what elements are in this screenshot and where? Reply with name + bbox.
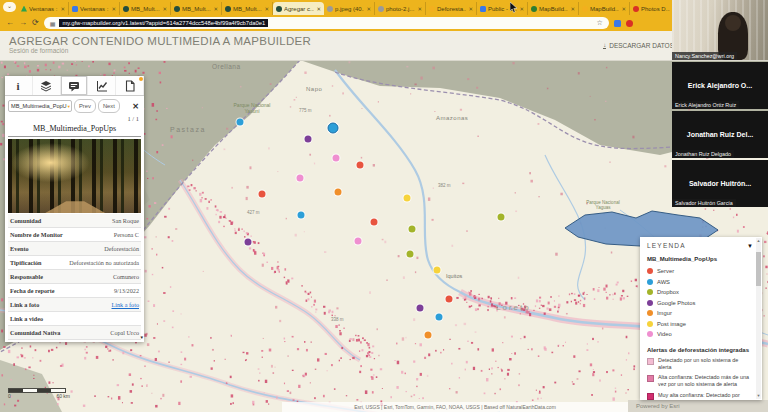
tab-chart[interactable]: [88, 76, 116, 95]
download-data-button[interactable]: ↓ DESCARGAR DATOS: [603, 42, 674, 49]
tab-close-icon[interactable]: ✕: [111, 6, 116, 12]
back-icon[interactable]: ←: [6, 19, 14, 27]
tab-close-icon[interactable]: ✕: [621, 6, 626, 12]
multimedia-point-dropbox[interactable]: [409, 226, 416, 233]
legend-item: Video: [647, 329, 753, 340]
browser-tab[interactable]: Ventanas :✕: [69, 2, 120, 15]
scroll-thumb[interactable]: [756, 252, 761, 286]
legend-swatch: [647, 300, 653, 306]
layer-select[interactable]: MB_Multimedia_PopU ▼: [8, 100, 72, 112]
tab-title: Deforesta...: [437, 6, 466, 12]
tab-close-icon[interactable]: ✕: [162, 6, 167, 12]
browser-tab[interactable]: MB_Mult...✕: [171, 2, 222, 15]
video-call-sidebar: Nancy.Sanchez@wri.org Erick Alejandro O.…: [672, 0, 768, 207]
browser-tab[interactable]: MB_Mult...✕: [120, 2, 171, 15]
tab-close-icon[interactable]: ✕: [417, 6, 422, 12]
tab-close-icon[interactable]: ✕: [468, 6, 473, 12]
multimedia-point-server[interactable]: [371, 219, 378, 226]
self-video-tile[interactable]: Nancy.Sanchez@wri.org: [672, 0, 768, 60]
tab-favicon-icon: [123, 6, 129, 12]
extension-icon[interactable]: [626, 20, 633, 27]
legend-item-label: Server: [657, 268, 674, 274]
multimedia-point-postimage[interactable]: [404, 195, 411, 202]
layers-icon: [40, 80, 52, 92]
browser-tab[interactable]: MB_Mult...✕: [222, 2, 273, 15]
bookmark-star-icon[interactable]: ☆: [596, 19, 602, 27]
participant-tile[interactable]: Erick Alejandro O...Erick Alejandro Orti…: [672, 62, 768, 109]
multimedia-point-aws[interactable]: [298, 212, 305, 219]
multimedia-point-imgur[interactable]: [335, 189, 342, 196]
legend-item: Server: [647, 266, 753, 277]
multimedia-point-postimage[interactable]: [434, 267, 441, 274]
browser-tab[interactable]: Agregar c...✕: [273, 2, 324, 15]
legend-collapse-icon[interactable]: ▼: [747, 243, 753, 249]
browser-tab[interactable]: p.jpeg (40...✕: [324, 2, 375, 15]
multimedia-point-imgur[interactable]: [425, 332, 432, 339]
multimedia-point-video[interactable]: [355, 238, 362, 245]
app-header: AGREGAR CONTENIDO MULTIMEDIA A MAPBUILDE…: [0, 31, 768, 61]
reload-icon[interactable]: ⟳: [32, 19, 39, 27]
field-value: Copal Urco: [110, 329, 139, 336]
browser-tab[interactable]: MapBuild...✕: [528, 2, 579, 15]
extension-icon[interactable]: [614, 20, 621, 27]
legend-item-label: Google Photos: [657, 300, 695, 306]
scroll-up-icon[interactable]: ▲: [756, 238, 761, 244]
map-place-label: 775 m: [299, 108, 312, 113]
legend-item: AWS: [647, 277, 753, 288]
panel-controls: MB_Multimedia_PopU ▼ Prev Next ✕: [5, 96, 144, 115]
field-label: Evento: [10, 245, 29, 252]
tab-title: MapBuild...: [539, 6, 568, 12]
tab-close-icon[interactable]: ✕: [316, 6, 321, 12]
tab-popups[interactable]: [61, 76, 89, 95]
tab-title: p.jpeg (40...: [335, 6, 364, 12]
tab-layers[interactable]: [33, 76, 61, 95]
screen: { "browser": { "url": "my.gfw-mapbuilder…: [0, 0, 768, 412]
legend-scrollbar[interactable]: ▲ ▼: [756, 238, 761, 399]
tab-info[interactable]: i: [5, 76, 33, 95]
scroll-down-icon[interactable]: ▾: [140, 334, 143, 340]
next-button[interactable]: Next: [98, 99, 120, 113]
participant-tile[interactable]: Salvador Huitrón...Salvador Huitrón Garc…: [672, 160, 768, 207]
browser-tab[interactable]: MapBuild...✕: [579, 2, 630, 15]
tab-close-icon[interactable]: ✕: [570, 6, 575, 12]
multimedia-point-server[interactable]: [446, 296, 453, 303]
multimedia-point-server[interactable]: [259, 191, 266, 198]
multimedia-point-server[interactable]: [357, 162, 364, 169]
scale-end: 60 km: [56, 393, 70, 399]
map-place-label: Parque Nacional Yaguas: [580, 200, 626, 210]
tab-close-icon[interactable]: ✕: [264, 6, 269, 12]
tab-close-icon[interactable]: ✕: [366, 6, 371, 12]
forward-icon[interactable]: →: [19, 19, 27, 27]
browser-tab[interactable]: photo-2.j...✕: [375, 2, 426, 15]
participant-tile[interactable]: Jonathan Ruiz Del...Jonathan Ruiz Delgad…: [672, 111, 768, 158]
multimedia-point-dropbox[interactable]: [407, 251, 414, 258]
multimedia-point-video[interactable]: [333, 155, 340, 162]
multimedia-point-google[interactable]: [305, 136, 312, 143]
browser-tab[interactable]: Ventanas :✕: [18, 2, 69, 15]
browser-tab[interactable]: Public - D...✕: [477, 2, 528, 15]
multimedia-point-aws[interactable]: [237, 119, 244, 126]
browser-toolbar: ← → ⟳ ▦ my.gfw-mapbuilder.org/v1.latest/…: [0, 15, 768, 31]
tab-search-button[interactable]: ⌄: [3, 2, 16, 12]
multimedia-point-google[interactable]: [245, 239, 252, 246]
tab-close-icon[interactable]: ✕: [519, 6, 524, 12]
tab-close-icon[interactable]: ✕: [60, 6, 65, 12]
browser-tab[interactable]: Deforesta...✕: [426, 2, 477, 15]
tab-favicon-icon: [225, 6, 231, 12]
pagination-counter: 1 / 1: [5, 115, 144, 123]
multimedia-point-aws[interactable]: [436, 314, 443, 321]
multimedia-point-dropbox[interactable]: [498, 214, 505, 221]
table-row: TipificaciónDeforestación no autorizada: [8, 256, 141, 270]
close-icon[interactable]: ✕: [132, 102, 141, 111]
tab-grid-icon[interactable]: ▦: [50, 20, 56, 27]
multimedia-point-aws[interactable]: [328, 123, 339, 134]
multimedia-point-video[interactable]: [297, 175, 304, 182]
scroll-down-icon[interactable]: ▼: [756, 393, 761, 399]
field-value-link[interactable]: Link a foto: [112, 301, 140, 308]
address-bar[interactable]: ▦ my.gfw-mapbuilder.org/v1.latest/?appid…: [44, 17, 609, 29]
multimedia-point-google[interactable]: [417, 305, 424, 312]
legend-alert-item: Alta confianza: Detectado más de una vez…: [647, 374, 753, 389]
url-text[interactable]: my.gfw-mapbuilder.org/v1.latest/?appid=6…: [59, 19, 268, 27]
tab-close-icon[interactable]: ✕: [213, 6, 218, 12]
prev-button[interactable]: Prev: [74, 99, 96, 113]
